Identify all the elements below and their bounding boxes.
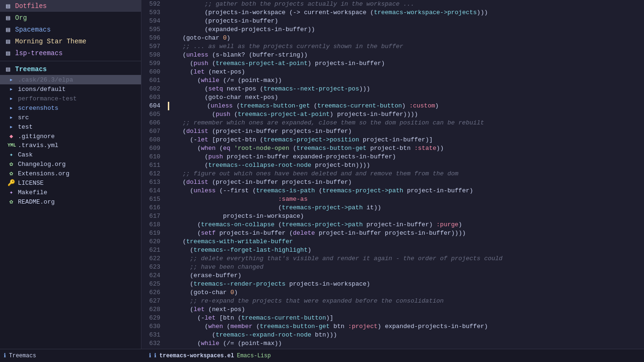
code-line-626: (goto-char 0): [168, 288, 640, 297]
line-number-605: 605: [145, 110, 160, 119]
code-line-593: (projects-in-workspace (-> current-works…: [168, 8, 640, 17]
lsp-treemacs-icon: ▤: [4, 49, 12, 57]
file-item-changelog[interactable]: ✿ Changelog.org: [0, 159, 141, 169]
code-lines[interactable]: ;; gather both the projects actually in …: [164, 0, 644, 349]
sidebar-item-dotfiles[interactable]: ▤ Dotfiles: [0, 0, 141, 12]
file-label-icons: icons/default: [18, 86, 66, 93]
code-line-594: (projects-in-buffer): [168, 17, 640, 25]
file-label-extensions: Extensions.org: [18, 170, 69, 177]
code-line-617: projects-in-workspace): [168, 212, 640, 221]
file-label-readme: README.org: [18, 198, 55, 206]
line-number-620: 620: [145, 238, 160, 246]
code-line-621: (treemacs--forget-last-highlight): [168, 246, 640, 255]
line-number-611: 611: [145, 161, 160, 170]
sidebar-item-lsp-treemacs-label: lsp-treemacs: [15, 49, 63, 57]
code-line-629: (-let [btn (treemacs-current-button)]: [168, 314, 640, 322]
line-number-619: 619: [145, 229, 160, 238]
folder-icon: ▸: [8, 76, 15, 83]
folder-icon: ▸: [8, 104, 15, 112]
file-item-icons[interactable]: ▸ icons/default: [0, 84, 141, 94]
file-label-changelog: Changelog.org: [18, 161, 66, 168]
line-number-631: 631: [145, 331, 160, 339]
line-number-613: 613: [145, 178, 160, 187]
sidebar-item-lsp-treemacs[interactable]: ▤ lsp-treemacs: [0, 47, 141, 59]
line-number-610: 610: [145, 153, 160, 161]
spacemacs-icon: ▤: [4, 25, 12, 33]
code-line-592: ;; gather both the projects actually in …: [168, 0, 640, 8]
code-line-601: (while (/= (point-max)): [168, 76, 640, 85]
org-file-icon: ✿: [8, 160, 15, 168]
file-item-travis[interactable]: YML .travis.yml: [0, 141, 141, 150]
file-label-license: LICENSE: [18, 180, 44, 187]
editor[interactable]: 5925935945955965975985996006016026036046…: [141, 0, 644, 349]
line-number-623: 623: [145, 263, 160, 272]
line-number-617: 617: [145, 212, 160, 221]
file-item-screenshots[interactable]: ▸ screenshots: [0, 103, 141, 113]
status-right-icon1: ℹ: [149, 352, 151, 359]
file-item-elpa[interactable]: ▸ .cask/26.3/elpa: [0, 75, 141, 84]
line-number-593: 593: [145, 8, 160, 17]
license-icon: 🔑: [8, 179, 15, 187]
code-line-599: (push (treemacs-project-at-point) projec…: [168, 59, 640, 68]
status-mode: Emacs-Lisp: [237, 353, 271, 359]
line-number-608: 608: [145, 136, 160, 144]
line-number-629: 629: [145, 314, 160, 322]
code-line-605: (push (treemacs-project-at-point) projec…: [168, 110, 640, 119]
file-tree: ▸ .cask/26.3/elpa ▸ icons/default ▸ perf…: [0, 75, 141, 206]
code-line-612: ;; figure out which ones have been delet…: [168, 170, 640, 178]
file-label-screenshots: screenshots: [18, 105, 58, 112]
file-label-elpa: .cask/26.3/elpa: [18, 76, 73, 83]
folder-icon: ▸: [8, 95, 15, 102]
sidebar-item-morning-star-label: Morning Star Theme: [15, 38, 86, 45]
code-line-609: (when (eq 'root-node-open (treemacs-butt…: [168, 144, 640, 153]
status-filename: treemacs-workspaces.el: [159, 353, 234, 359]
code-line-627: ;; re-expand the projects that were expa…: [168, 297, 640, 305]
line-number-612: 612: [145, 170, 160, 178]
code-line-618: (treemacs-on-collapse (treemacs-project-…: [168, 221, 640, 229]
code-line-623: ;; have been changed: [168, 263, 640, 272]
file-item-gitignore[interactable]: ◆ .gitignore: [0, 132, 141, 141]
code-line-596: (goto-char 0): [168, 34, 640, 42]
file-item-readme[interactable]: ✿ README.org: [0, 197, 141, 206]
sidebar-item-spacemacs-label: Spacemacs: [15, 26, 51, 33]
file-label-src: src: [18, 114, 29, 121]
status-right: ℹ ℹ treemacs-workspaces.el Emacs-Lisp: [149, 352, 640, 359]
line-number-598: 598: [145, 51, 160, 59]
line-number-614: 614: [145, 187, 160, 195]
code-line-631: (treemacs--expand-root-node btn))): [168, 331, 640, 339]
line-number-597: 597: [145, 42, 160, 51]
line-number-595: 595: [145, 25, 160, 34]
file-item-src[interactable]: ▸ src: [0, 113, 141, 122]
treemacs-icon: ▤: [4, 65, 12, 73]
line-number-615: 615: [145, 195, 160, 204]
line-number-607: 607: [145, 127, 160, 136]
sidebar-item-treemacs[interactable]: ▤ Treemacs: [0, 63, 141, 75]
sidebar-item-spacemacs[interactable]: ▤ Spacemacs: [0, 24, 141, 35]
line-number-632: 632: [145, 339, 160, 348]
readme-icon: ✿: [8, 198, 15, 206]
code-line-632: (while (/= (point-max)): [168, 339, 640, 348]
sidebar-item-dotfiles-label: Dotfiles: [15, 2, 47, 10]
code-line-608: (-let [project-btn (treemacs-project->po…: [168, 136, 640, 144]
file-item-cask[interactable]: ✦ Cask: [0, 150, 141, 159]
line-number-602: 602: [145, 85, 160, 93]
file-label-test: test: [18, 123, 33, 131]
file-item-license[interactable]: 🔑 LICENSE: [0, 178, 141, 188]
file-item-extensions[interactable]: ✿ Extensions.org: [0, 169, 141, 178]
line-number-609: 609: [145, 144, 160, 153]
sidebar-item-org[interactable]: ▤ Org: [0, 12, 141, 24]
sidebar: ▤ Dotfiles ▤ Org ▤ Spacemacs ▤ Morning S…: [0, 0, 141, 349]
line-number-627: 627: [145, 297, 160, 305]
file-item-makefile[interactable]: ✦ Makefile: [0, 188, 141, 197]
status-bar: ℹ Treemacs ℹ ℹ treemacs-workspaces.el Em…: [0, 349, 644, 362]
line-number-618: 618: [145, 221, 160, 229]
org-icon: ▤: [4, 14, 12, 22]
file-item-test[interactable]: ▸ test: [0, 122, 141, 132]
make-icon: ✦: [8, 189, 15, 196]
file-item-perf[interactable]: ▸ performance-test: [0, 94, 141, 103]
code-line-625: (treemacs--render-projects projects-in-w…: [168, 280, 640, 288]
line-numbers: 5925935945955965975985996006016026036046…: [141, 0, 164, 349]
dotfiles-icon: ▤: [4, 2, 12, 10]
sidebar-item-morning-star[interactable]: ▤ Morning Star Theme: [0, 35, 141, 47]
line-number-630: 630: [145, 322, 160, 331]
